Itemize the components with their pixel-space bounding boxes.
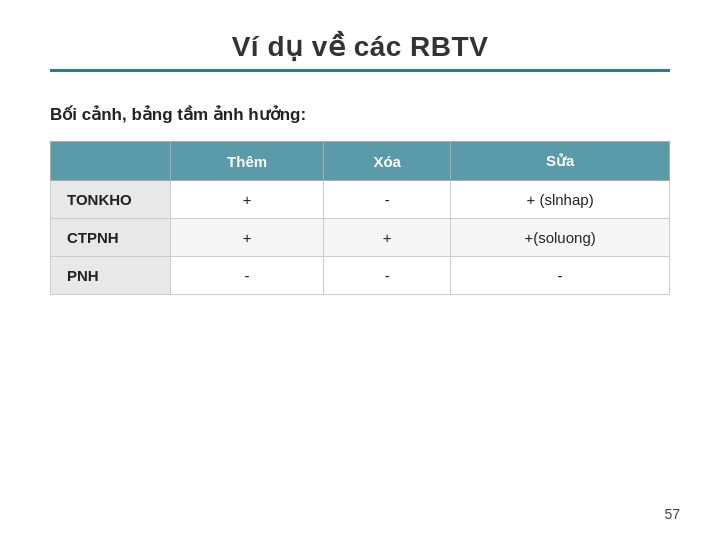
row-label: PNH — [51, 257, 171, 295]
data-table: Thêm Xóa Sửa TONKHO+-+ (slnhap)CTPNH+++(… — [50, 141, 670, 295]
page-number: 57 — [664, 506, 680, 522]
col-header-them: Thêm — [171, 142, 324, 181]
row-them: + — [171, 181, 324, 219]
title-section: Ví dụ về các RBTV — [50, 30, 670, 96]
table-row: TONKHO+-+ (slnhap) — [51, 181, 670, 219]
row-label: CTPNH — [51, 219, 171, 257]
row-them: + — [171, 219, 324, 257]
row-sua: - — [451, 257, 670, 295]
col-header-name — [51, 142, 171, 181]
table-header-row: Thêm Xóa Sửa — [51, 142, 670, 181]
page-container: Ví dụ về các RBTV Bối cảnh, bảng tầm ảnh… — [0, 0, 720, 540]
row-them: - — [171, 257, 324, 295]
title-underline — [50, 69, 670, 72]
page-title: Ví dụ về các RBTV — [50, 30, 670, 63]
row-xoa: - — [324, 181, 451, 219]
row-sua: +(soluong) — [451, 219, 670, 257]
row-sua: + (slnhap) — [451, 181, 670, 219]
col-header-sua: Sửa — [451, 142, 670, 181]
row-xoa: + — [324, 219, 451, 257]
table-row: PNH--- — [51, 257, 670, 295]
table-row: CTPNH+++(soluong) — [51, 219, 670, 257]
row-label: TONKHO — [51, 181, 171, 219]
subtitle: Bối cảnh, bảng tầm ảnh hưởng: — [50, 104, 670, 125]
row-xoa: - — [324, 257, 451, 295]
col-header-xoa: Xóa — [324, 142, 451, 181]
